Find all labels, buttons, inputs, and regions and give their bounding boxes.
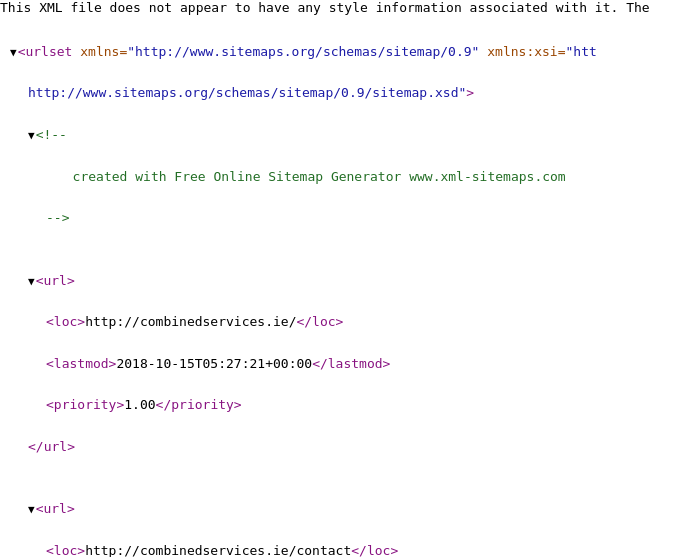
url-open-tag1: <url> [36,273,75,288]
url-close-tag1: </url> [28,439,75,454]
url1-triangle: ▼ [28,273,35,291]
loc-close2: </loc> [351,543,398,557]
comment-close-line: --> [10,208,667,229]
priority-open1: <priority> [46,397,124,412]
comment-text: created with Free Online Sitemap Generat… [10,169,566,184]
comment-triangle: ▼ [28,127,35,145]
urlset-line: ▼<urlset xmlns="http://www.sitemaps.org/… [10,42,667,63]
xml-content: ▼<urlset xmlns="http://www.sitemaps.org/… [0,15,677,557]
loc-value1: http://combinedservices.ie/ [85,314,296,329]
comment-close: --> [46,210,69,225]
schema-line: http://www.sitemaps.org/schemas/sitemap/… [10,83,667,104]
lastmod-close1: </lastmod> [312,356,390,371]
url2-loc: <loc>http://combinedservices.ie/contact<… [10,541,667,557]
loc-value2: http://combinedservices.ie/contact [85,543,351,557]
url1-open: ▼<url> [10,271,667,292]
comment-open-line: ▼<!-- [10,125,667,146]
loc-close1: </loc> [296,314,343,329]
xmlns-attr: xmlns= [80,44,127,59]
xsi-value: "htt [566,44,597,59]
priority-close1: </priority> [156,397,242,412]
info-bar: This XML file does not appear to have an… [0,0,677,15]
urlset-open-tag: <urlset [18,44,73,59]
priority-value1: 1.00 [124,397,155,412]
url1-loc: <loc>http://combinedservices.ie/</loc> [10,312,667,333]
lastmod-open1: <lastmod> [46,356,116,371]
lastmod-value1: 2018-10-15T05:27:21+00:00 [116,356,312,371]
url2-triangle: ▼ [28,501,35,519]
urlset-close-angle: > [466,85,474,100]
loc-open2: <loc> [46,543,85,557]
loc-open1: <loc> [46,314,85,329]
url-open-tag2: <url> [36,501,75,516]
xsi-attr: xmlns:xsi= [487,44,565,59]
schema-value: http://www.sitemaps.org/schemas/sitemap/… [28,85,466,100]
xmlns-value: "http://www.sitemaps.org/schemas/sitemap… [127,44,479,59]
url1-priority: <priority>1.00</priority> [10,395,667,416]
comment-text-line: created with Free Online Sitemap Generat… [10,167,667,188]
url1-close: </url> [10,437,667,458]
comment-open: <!-- [36,127,67,142]
info-text: This XML file does not appear to have an… [0,0,650,15]
url2-open: ▼<url> [10,499,667,520]
urlset-triangle: ▼ [10,44,17,62]
url1-lastmod: <lastmod>2018-10-15T05:27:21+00:00</last… [10,354,667,375]
